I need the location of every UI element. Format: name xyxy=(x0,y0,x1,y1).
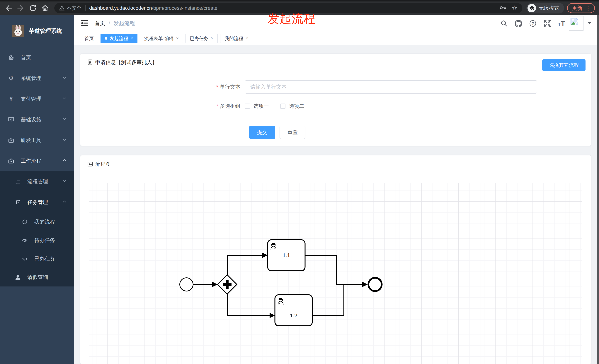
sidebar-item-leave-query[interactable]: 请假查询 xyxy=(0,268,74,287)
warning-icon xyxy=(59,5,65,11)
close-icon[interactable]: × xyxy=(131,36,133,41)
browser-back-icon[interactable] xyxy=(4,4,13,13)
briefcase-icon xyxy=(8,158,14,164)
sidebar-item-devtools[interactable]: 研发工具 xyxy=(0,130,74,151)
submit-button[interactable]: 提交 xyxy=(249,126,275,139)
form-actions: 提交 重置 xyxy=(249,126,591,139)
browser-forward-icon[interactable] xyxy=(16,4,25,13)
bpmn-start-event xyxy=(180,278,193,291)
yen-icon: ¥ xyxy=(8,96,14,102)
incognito-label: 无痕模式 xyxy=(538,5,559,12)
chevron-down-icon xyxy=(62,137,67,144)
incognito-badge: 无痕模式 xyxy=(526,3,564,13)
tab-my-process[interactable]: 我的流程× xyxy=(220,34,252,43)
svg-text:?: ? xyxy=(532,21,534,25)
checkbox-option-1[interactable]: 选项一 xyxy=(245,103,269,110)
help-icon[interactable]: ? xyxy=(529,19,537,27)
tab-home[interactable]: 首页 xyxy=(80,34,98,43)
bpmn-diagram: 1.1 1.2 xyxy=(89,183,580,364)
user-icon xyxy=(14,274,21,280)
security-warning: 不安全 xyxy=(59,5,81,11)
page-content: 申请信息【测试多审批人】 选择其它流程 *单行文本 *多选框组 选项一 选项二 xyxy=(74,45,599,364)
sidebar-item-todo-tasks[interactable]: 待办任务 xyxy=(0,231,74,250)
chevron-down-icon xyxy=(62,75,67,81)
font-size-icon[interactable]: TT xyxy=(558,19,566,27)
sidebar-item-workflow[interactable]: 工作流程 xyxy=(0,151,74,171)
choose-other-process-button[interactable]: 选择其它流程 xyxy=(542,59,586,71)
security-label: 不安全 xyxy=(67,5,81,11)
sidebar-item-system[interactable]: ⚙ 系统管理 xyxy=(0,68,74,89)
dashboard-icon xyxy=(8,55,14,60)
breadcrumb: 首页 / 发起流程 xyxy=(95,20,135,27)
browser-menu-dots-icon[interactable]: ⋮ xyxy=(585,5,591,11)
topbar: 首页 / 发起流程 ? TT xyxy=(74,15,599,32)
url-text[interactable]: dashboard.yudao.iocoder.cn/bpm/process-i… xyxy=(89,5,217,11)
sidebar-item-payment[interactable]: ¥ 支付管理 xyxy=(0,89,74,109)
task-label: 1.1 xyxy=(283,252,290,258)
chevron-up-icon xyxy=(62,158,67,164)
password-key-icon[interactable] xyxy=(499,4,507,12)
image-icon xyxy=(87,161,93,167)
chevron-down-icon xyxy=(62,179,67,185)
sidebar: 芋道管理系统 首页 ⚙ 系统管理 ¥ 支付管理 基础设施 xyxy=(0,15,74,364)
breadcrumb-current: 发起流程 xyxy=(114,20,135,27)
browser-update-button[interactable]: 更新 ⋮ xyxy=(567,3,595,13)
task-label: 1.2 xyxy=(290,313,297,318)
close-icon[interactable]: × xyxy=(211,36,213,41)
chevron-down-icon xyxy=(62,117,67,123)
sidebar-collapse-icon[interactable] xyxy=(80,19,89,27)
breadcrumb-home[interactable]: 首页 xyxy=(95,20,105,27)
chevron-up-icon xyxy=(62,199,67,205)
sidebar-logo-row[interactable]: 芋道管理系统 xyxy=(0,15,74,47)
incognito-icon xyxy=(528,4,536,12)
bpmn-canvas[interactable]: 1.1 1.2 xyxy=(89,183,582,364)
checkbox-option-2[interactable]: 选项二 xyxy=(280,103,304,110)
checkbox-icon[interactable] xyxy=(280,103,285,109)
svg-text:T: T xyxy=(561,20,565,27)
browser-reload-icon[interactable] xyxy=(28,4,37,13)
single-line-text-input[interactable] xyxy=(245,80,537,93)
apply-info-card: 申请信息【测试多审批人】 选择其它流程 *单行文本 *多选框组 选项一 选项二 xyxy=(80,53,591,146)
sidebar-item-process-mgmt[interactable]: 流程管理 xyxy=(0,171,74,192)
chevron-down-icon xyxy=(62,96,67,102)
diagram-title: 流程图 xyxy=(95,161,111,168)
sidebar-item-home[interactable]: 首页 xyxy=(0,47,74,68)
checkbox-icon[interactable] xyxy=(245,103,250,109)
avatar[interactable] xyxy=(569,16,583,31)
search-icon[interactable] xyxy=(500,19,508,27)
chevron-down-icon[interactable] xyxy=(588,22,592,25)
tab-form-edit[interactable]: 流程表单-编辑× xyxy=(140,34,183,43)
eye-icon xyxy=(21,237,28,243)
checkbox-group-row: *多选框组 选项一 选项二 xyxy=(80,102,591,110)
sidebar-item-my-process[interactable]: 我的流程 xyxy=(0,213,74,231)
tree-icon xyxy=(14,200,21,205)
bpmn-end-event xyxy=(368,278,382,291)
app-logo xyxy=(12,25,24,37)
app-title: 芋道管理系统 xyxy=(29,27,62,35)
sidebar-item-done-tasks[interactable]: 已办任务 xyxy=(0,250,74,268)
fullscreen-icon[interactable] xyxy=(543,19,551,27)
bpmn-user-task-1: 1.1 xyxy=(268,240,305,271)
diagram-header: 流程图 xyxy=(80,155,591,173)
browser-home-icon[interactable] xyxy=(41,4,50,13)
tab-done-tasks[interactable]: 已办任务× xyxy=(185,34,218,43)
close-icon[interactable]: × xyxy=(246,36,248,41)
text-field-row: *单行文本 xyxy=(80,80,591,93)
browser-tabstrip-edge xyxy=(0,0,599,1)
reset-button[interactable]: 重置 xyxy=(280,126,305,139)
bookmark-star-icon[interactable]: ☆ xyxy=(512,5,518,11)
text-field-label: *单行文本 xyxy=(80,84,245,90)
broken-image-icon xyxy=(571,18,579,26)
tab-start-process[interactable]: 发起流程× xyxy=(100,34,137,43)
toolbox-icon xyxy=(8,137,14,143)
omnibox-divider xyxy=(85,5,86,11)
svg-text:T: T xyxy=(558,22,561,26)
sidebar-item-infra[interactable]: 基础设施 xyxy=(0,109,74,130)
sidebar-item-task-mgmt[interactable]: 任务管理 xyxy=(0,192,74,213)
close-icon[interactable]: × xyxy=(176,36,179,41)
apply-info-title: 申请信息【测试多审批人】 xyxy=(95,59,157,66)
person-face-icon xyxy=(21,219,28,225)
annotation-text: 发起流程 xyxy=(268,11,316,27)
github-icon[interactable] xyxy=(514,19,522,27)
process-diagram-card: 流程图 xyxy=(80,155,591,364)
